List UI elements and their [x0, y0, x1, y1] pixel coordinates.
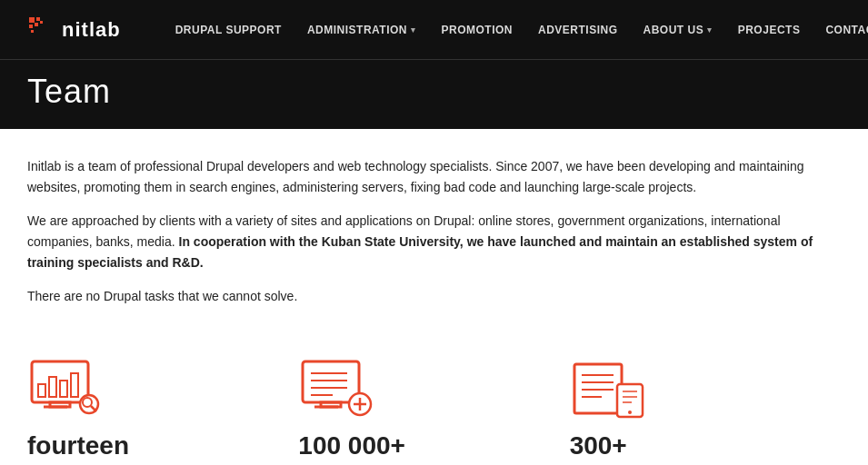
svg-rect-5: [31, 30, 34, 33]
stat-number-1: fourteen: [27, 431, 129, 460]
stats-section: fourteen years of experience in Drupal: [0, 339, 868, 465]
nav-about-us[interactable]: ABOUT US ▾: [644, 24, 713, 36]
stat-number-3: 300+: [570, 431, 627, 460]
nav-advertising[interactable]: ADVERTISING: [538, 24, 618, 36]
svg-rect-12: [71, 373, 78, 397]
svg-rect-9: [38, 384, 45, 397]
svg-rect-11: [60, 381, 67, 397]
site-header: nitlab DRUPAL SUPPORT ADMINISTRATION ▾ P…: [0, 0, 868, 59]
nav-promotion[interactable]: PROMOTION: [442, 24, 514, 36]
page-banner: Team: [0, 59, 868, 129]
svg-rect-3: [35, 23, 38, 26]
logo-icon: [27, 15, 56, 45]
main-nav: DRUPAL SUPPORT ADMINISTRATION ▾ PROMOTIO…: [175, 24, 868, 36]
content-para-3: There are no Drupal tasks that we cannot…: [27, 286, 841, 307]
stat-number-2: 100 000+: [298, 431, 405, 460]
stat-item-projects: 300+ supported projects: [570, 357, 841, 465]
svg-rect-10: [49, 377, 56, 397]
svg-rect-1: [36, 17, 40, 21]
chevron-down-icon-2: ▾: [707, 25, 713, 35]
nav-administration[interactable]: ADMINISTRATION ▾: [307, 24, 416, 36]
svg-rect-16: [303, 361, 359, 402]
content-para-2: We are approached by clients with a vari…: [27, 211, 841, 273]
nav-contacts[interactable]: CONTACTS: [825, 24, 868, 36]
stat-icon-3: [570, 357, 652, 420]
list-monitor-icon: [298, 357, 380, 420]
svg-rect-2: [29, 25, 33, 28]
svg-rect-0: [29, 17, 35, 23]
stat-item-experience: fourteen years of experience in Drupal: [27, 357, 298, 465]
page-title: Team: [27, 73, 841, 111]
nav-drupal-support[interactable]: DRUPAL SUPPORT: [175, 24, 282, 36]
svg-rect-4: [40, 21, 43, 24]
content-section: Initlab is a team of professional Drupal…: [0, 129, 868, 339]
document-mobile-icon: [570, 357, 652, 420]
logo[interactable]: nitlab: [27, 15, 121, 45]
content-para-1: Initlab is a team of professional Drupal…: [27, 156, 841, 198]
logo-text: nitlab: [62, 18, 121, 42]
stat-icon-1: [27, 357, 109, 420]
chart-monitor-icon: [27, 357, 109, 420]
stat-item-hours: 100 000+ hours of support for sites on D…: [298, 357, 569, 465]
svg-point-35: [628, 411, 632, 414]
chevron-down-icon: ▾: [411, 25, 416, 35]
stat-icon-2: [298, 357, 380, 420]
nav-projects[interactable]: PROJECTS: [738, 24, 801, 36]
